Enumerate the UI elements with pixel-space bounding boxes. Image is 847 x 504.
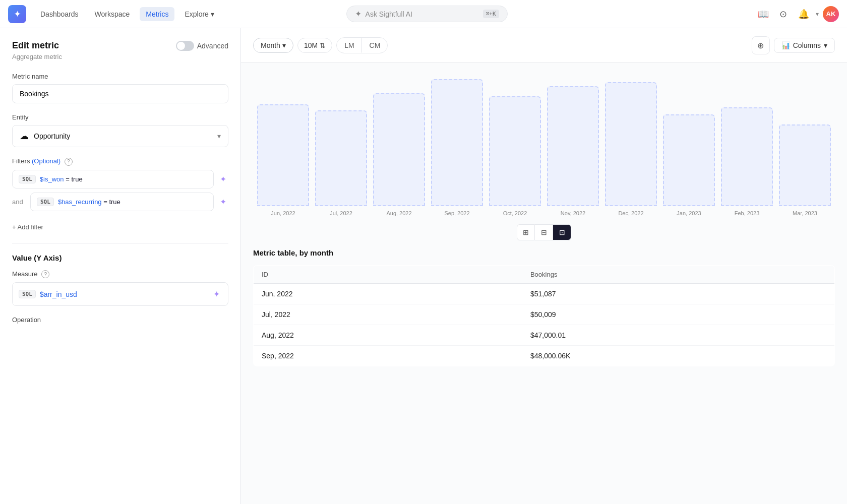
nav-item-workspace[interactable]: Workspace [89,7,136,21]
sparkle-btn-2[interactable]: ✦ [218,195,228,209]
panel-header: Edit metric Advanced [12,40,228,51]
measure-chip[interactable]: SQL $arr_in_usd ✦ [12,282,228,306]
data-table: ID Bookings Jun, 2022$51,087Jul, 2022$50… [253,265,835,366]
app-logo[interactable]: ✦ [8,5,26,23]
right-panel: Month ▾ 10M ⇅ LM CM ⊕ 📊 Columns ▾ [241,28,847,504]
bar-col-sep22: Sep, 2022 [431,75,483,216]
range-arrows: ⇅ [320,41,326,49]
nav-item-metrics[interactable]: Metrics [140,7,174,21]
filter-chip-1[interactable]: SQL $is_won = true [12,170,214,188]
entity-label: Entity [12,113,228,121]
table-cell-id-0: Jun, 2022 [254,284,522,304]
bar-label-jun22: Jun, 2022 [271,210,295,216]
book-icon-btn[interactable]: 📖 [755,6,771,22]
filters-help-icon[interactable]: ? [65,158,73,166]
bar-chart: Jun, 2022Jul, 2022Aug, 2022Sep, 2022Oct,… [253,75,835,216]
filter-var-1: $is_won [40,175,64,183]
periods-group: LM CM [336,37,388,53]
columns-btn[interactable]: 📊 Columns ▾ [774,38,835,53]
search-icon: ✦ [355,9,361,19]
measure-label: Measure ? [12,270,228,279]
layer-icon-btn[interactable]: ⊕ [752,36,770,54]
view-btn-chart[interactable]: ⊡ [553,224,571,240]
columns-label: Columns [793,41,821,49]
value-section-title: Value (Y Axis) [12,254,228,262]
filter-and-label: and [12,198,26,206]
search-bar[interactable]: ✦ Ask Sightfull AI ⌘+K [346,6,508,22]
measure-sparkle-btn[interactable]: ✦ [211,287,222,301]
left-panel: Edit metric Advanced Aggregate metric Me… [0,28,241,504]
user-avatar[interactable]: AK [823,6,839,22]
add-filter-btn[interactable]: + Add filter [12,221,228,233]
filter-text-2: $has_recurring = true [58,198,120,206]
nav-right: 📖 ⊙ 🔔 ▾ AK [755,6,839,22]
chart-toolbar: Month ▾ 10M ⇅ LM CM ⊕ 📊 Columns ▾ [241,28,847,63]
entity-select[interactable]: ☁ Opportunity ▾ [12,125,228,147]
table-cell-bookings-1: $50,009 [522,304,835,325]
view-toggle: ⊞ ⊟ ⊡ [241,216,847,248]
nav-item-dashboards[interactable]: Dashboards [34,7,85,21]
filter-chip-2[interactable]: SQL $has_recurring = true [30,193,214,211]
table-row: Jul, 2022$50,009 [254,304,835,325]
advanced-toggle-switch[interactable] [176,41,194,51]
bar-col-feb23: Feb, 2023 [721,75,773,216]
metric-name-input[interactable] [12,84,228,103]
col-bookings: Bookings [522,266,835,284]
bar-sep22[interactable] [431,79,483,206]
table-cell-bookings-0: $51,087 [522,284,835,304]
divider [12,243,228,243]
view-btn-table[interactable]: ⊞ [517,224,535,240]
bar-nov22[interactable] [547,86,599,206]
bar-col-dec22: Dec, 2022 [605,75,657,216]
entity-value: Opportunity [34,132,70,140]
bell-icon-btn[interactable]: 🔔 [796,6,812,22]
bar-label-feb23: Feb, 2023 [735,210,760,216]
metric-name-label: Metric name [12,73,228,80]
view-btn-split[interactable]: ⊟ [535,224,553,240]
measure-sql-badge: SQL [19,290,36,298]
filter-row-1: SQL $is_won = true ✦ [12,170,228,188]
search-placeholder: Ask Sightfull AI [366,10,479,18]
bar-jul22[interactable] [315,110,367,206]
time-period-btn[interactable]: Month ▾ [253,38,293,53]
bar-aug22[interactable] [373,93,425,206]
columns-chart-icon: 📊 [781,41,790,49]
measure-help-icon[interactable]: ? [41,270,49,278]
advanced-label: Advanced [197,42,228,50]
bar-oct22[interactable] [489,96,541,206]
table-cell-bookings-3: $48,000.06K [522,346,835,366]
bar-jun22[interactable] [257,104,309,206]
sql-badge-1: SQL [19,175,36,183]
bar-label-nov22: Nov, 2022 [561,210,585,216]
bar-col-oct22: Oct, 2022 [489,75,541,216]
nav-item-explore[interactable]: Explore ▾ [178,7,220,21]
range-btn[interactable]: 10M ⇅ [297,38,332,53]
chevron-down-icon: ▾ [211,10,214,18]
bar-jan23[interactable] [663,114,715,206]
bar-feb23[interactable] [721,107,773,206]
table-cell-id-2: Aug, 2022 [254,325,522,346]
layers-icon-btn[interactable]: ⊙ [775,6,792,22]
time-period-chevron: ▾ [282,41,286,49]
table-row: Jun, 2022$51,087 [254,284,835,304]
filter-var-2: $has_recurring [58,198,102,206]
filters-label: Filters (Optional) ? [12,157,228,166]
sql-badge-2: SQL [37,198,54,206]
filter-row-2: and SQL $has_recurring = true ✦ [12,193,228,211]
advanced-toggle[interactable]: Advanced [176,41,228,51]
col-id: ID [254,266,522,284]
main-layout: Edit metric Advanced Aggregate metric Me… [0,28,847,504]
search-shortcut: ⌘+K [483,10,499,18]
chart-area: Jun, 2022Jul, 2022Aug, 2022Sep, 2022Oct,… [241,63,847,216]
bar-col-jan23: Jan, 2023 [663,75,715,216]
bar-dec22[interactable] [605,82,657,206]
sparkle-btn-1[interactable]: ✦ [218,172,228,186]
filters-optional: (Optional) [32,157,60,165]
period-lm-btn[interactable]: LM [337,38,361,53]
bar-col-aug22: Aug, 2022 [373,75,425,216]
filter-text-1: $is_won = true [40,175,83,183]
bar-mar23[interactable] [779,124,831,206]
period-cm-btn[interactable]: CM [362,38,388,53]
filters-section: Filters (Optional) ? SQL $is_won = true … [12,157,228,211]
nav-expand-icon[interactable]: ▾ [816,11,819,18]
